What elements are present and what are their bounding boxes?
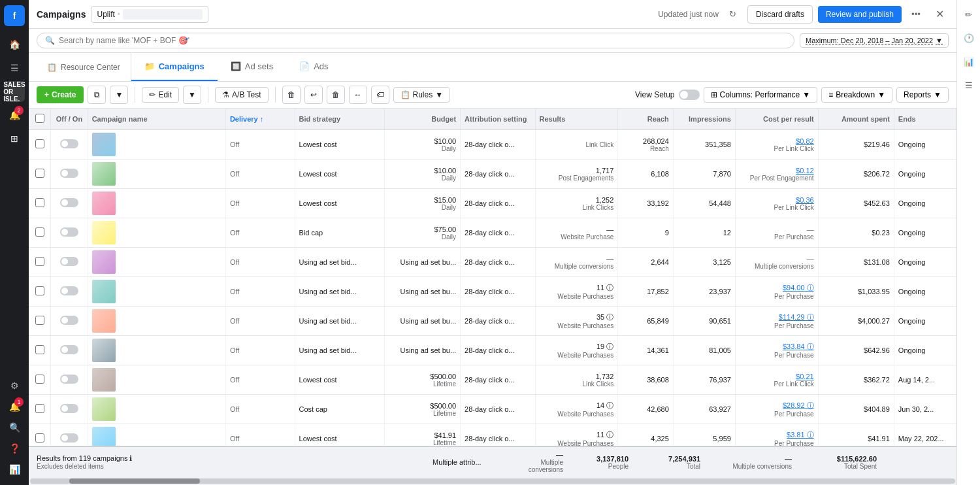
cpr-value[interactable]: $33.84 ⓘ	[783, 343, 814, 350]
row-toggle[interactable]	[60, 227, 78, 237]
move-button[interactable]: ↔	[349, 86, 367, 104]
sidebar-icon-home[interactable]: 🏠	[4, 34, 25, 55]
sidebar-icon-dashboard[interactable]: 📊	[4, 459, 25, 480]
row-toggle[interactable]	[60, 198, 78, 207]
th-results[interactable]: Results	[535, 109, 618, 130]
refresh-button[interactable]: ↻	[724, 5, 742, 24]
row-ends-cell: Aug 14, 2...	[894, 365, 956, 395]
result-type: Link Clicks	[540, 204, 614, 211]
th-reach[interactable]: Reach	[618, 109, 674, 130]
th-cpr[interactable]: Cost per result	[735, 109, 818, 130]
columns-button[interactable]: ⊞ Columns: Performance ▼	[704, 87, 818, 103]
tab-resource-center[interactable]: 📋 Resource Center	[37, 53, 131, 81]
th-campaign-name[interactable]: Campaign name	[88, 109, 225, 130]
edit-label: Edit	[158, 90, 172, 99]
view-setup-toggle[interactable]	[679, 90, 700, 100]
edit-button[interactable]: ✏ Edit	[142, 87, 179, 103]
sidebar-icon-bell-alert[interactable]: 🔔 1	[4, 396, 25, 417]
cpr-value[interactable]: $28.92 ⓘ	[783, 401, 814, 409]
row-checkbox[interactable]	[35, 198, 44, 207]
cpr-value[interactable]: $0.21	[796, 373, 814, 380]
right-icon-pencil[interactable]: ✏	[960, 5, 978, 24]
alert-badge: 1	[14, 397, 24, 407]
cpr-value[interactable]: $3.81 ⓘ	[787, 431, 814, 439]
reports-button[interactable]: Reports ▼	[896, 87, 949, 103]
campaign-selector[interactable]: Uplift •	[91, 6, 208, 23]
horizontal-scrollbar[interactable]	[29, 477, 956, 485]
archive-button[interactable]: 🗑	[282, 86, 301, 104]
right-icon-clock[interactable]: 🕐	[960, 29, 978, 47]
sidebar-icon-grid[interactable]: ⊞	[4, 128, 25, 149]
discard-drafts-button[interactable]: Discard drafts	[747, 5, 813, 24]
undo-button[interactable]: ↩	[304, 86, 323, 104]
row-checkbox[interactable]	[35, 345, 44, 354]
row-checkbox[interactable]	[35, 257, 44, 266]
view-setup[interactable]: View Setup	[635, 90, 700, 100]
row-toggle-cell	[51, 336, 88, 365]
search-input[interactable]	[59, 36, 786, 45]
row-toggle[interactable]	[60, 433, 78, 443]
tab-ads[interactable]: 📄 Ads	[286, 53, 341, 81]
th-amount-spent[interactable]: Amount spent	[818, 109, 894, 130]
row-toggle[interactable]	[60, 139, 78, 148]
row-checkbox[interactable]	[35, 375, 44, 384]
delete-button[interactable]: 🗑	[327, 86, 345, 104]
ends-value: Ongoing	[898, 229, 926, 237]
breakdown-button[interactable]: ≡ Breakdown ▼	[821, 87, 892, 103]
cpr-value[interactable]: $114.29 ⓘ	[779, 313, 814, 321]
cpr-value[interactable]: $0.36	[796, 196, 814, 204]
row-toggle[interactable]	[60, 375, 78, 384]
ab-test-button[interactable]: ⚗ A/B Test	[215, 87, 268, 103]
row-toggle[interactable]	[60, 257, 78, 266]
review-publish-button[interactable]: Review and publish	[818, 6, 902, 23]
sidebar-icon-sales[interactable]: SALESORISLE.	[4, 81, 25, 102]
row-toggle[interactable]	[60, 286, 78, 295]
tab-campaigns[interactable]: 📁 Campaigns	[131, 53, 218, 81]
row-toggle[interactable]	[60, 316, 78, 325]
copy-button[interactable]: ⧉	[88, 86, 106, 104]
row-checkbox[interactable]	[35, 169, 44, 178]
right-icon-bar-chart[interactable]: 📊	[960, 52, 978, 71]
impressions-value: 7,870	[713, 170, 731, 178]
right-icon-list[interactable]: ☰	[960, 76, 978, 94]
sidebar-icon-settings[interactable]: ⚙	[4, 375, 25, 396]
row-checkbox[interactable]	[35, 286, 44, 295]
th-attribution[interactable]: Attribution setting	[461, 109, 535, 130]
rules-button[interactable]: 📋 Rules ▼	[393, 87, 451, 103]
cpr-value[interactable]: $0.82	[796, 137, 814, 145]
row-reach-cell: 42,680	[618, 395, 674, 424]
th-delivery[interactable]: Delivery ↑	[225, 109, 295, 130]
sidebar-icon-help[interactable]: ❓	[4, 438, 25, 459]
tag-button[interactable]: 🏷	[371, 86, 389, 104]
row-checkbox[interactable]	[35, 404, 44, 413]
results-wrap: — Website Purchase	[540, 226, 614, 241]
th-impressions[interactable]: Impressions	[673, 109, 735, 130]
cpr-value[interactable]: $94.00 ⓘ	[783, 284, 814, 292]
close-button[interactable]: ✕	[930, 5, 949, 24]
row-toggle[interactable]	[60, 169, 78, 178]
row-checkbox[interactable]	[35, 316, 44, 325]
row-attribution-cell: 28-day click o...	[461, 130, 535, 159]
tab-adsets[interactable]: 🔲 Ad sets	[218, 53, 286, 81]
more-options-button[interactable]: •••	[907, 5, 925, 24]
cpr-value[interactable]: $0.12	[796, 167, 814, 175]
copy-dropdown-button[interactable]: ▼	[110, 86, 128, 104]
th-budget[interactable]: Budget	[384, 109, 460, 130]
edit-dropdown-button[interactable]: ▼	[183, 86, 201, 104]
th-checkbox[interactable]	[29, 109, 51, 130]
date-range-selector[interactable]: Maximum: Dec 20, 2018 – Jan 20, 2022 ▼	[800, 33, 949, 48]
sidebar-icon-menu[interactable]: ☰	[4, 58, 25, 78]
th-toggle[interactable]: Off / On	[51, 109, 88, 130]
row-checkbox[interactable]	[35, 139, 44, 148]
row-checkbox[interactable]	[35, 227, 44, 237]
row-toggle[interactable]	[60, 345, 78, 354]
row-checkbox[interactable]	[35, 433, 44, 443]
th-bid-strategy[interactable]: Bid strategy	[295, 109, 384, 130]
sidebar-icon-notifications[interactable]: 🔔 2	[4, 105, 25, 125]
th-ends[interactable]: Ends	[894, 109, 956, 130]
select-all-checkbox[interactable]	[35, 114, 44, 123]
sidebar-icon-search[interactable]: 🔍	[4, 417, 25, 438]
scrollbar-thumb[interactable]	[69, 478, 200, 484]
row-toggle[interactable]	[60, 404, 78, 413]
create-button[interactable]: + Create	[37, 86, 84, 103]
